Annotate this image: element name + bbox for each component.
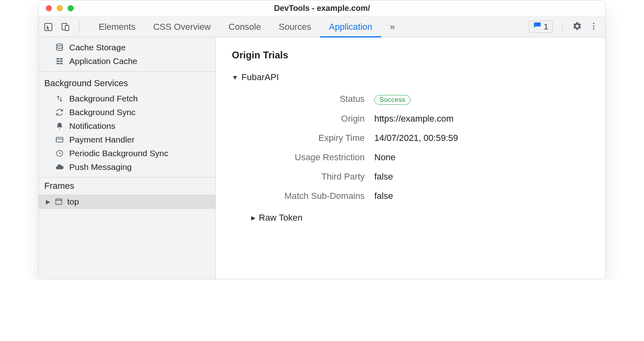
tab-console[interactable]: Console <box>220 17 270 37</box>
window-icon <box>54 198 63 206</box>
issues-count: 1 <box>544 22 548 31</box>
svg-rect-7 <box>57 58 60 60</box>
sidebar-item-label: Notifications <box>69 121 115 131</box>
sidebar-item-background-fetch[interactable]: Background Fetch <box>39 92 215 105</box>
sidebar-item-label: Cache Storage <box>69 43 126 52</box>
main-panel: Origin Trials ▼ FubarAPI Status Success … <box>216 37 605 279</box>
inspect-element-icon[interactable] <box>43 21 54 33</box>
field-label-usage: Usage Restriction <box>232 152 365 163</box>
expand-arrow-icon: ▶ <box>46 198 50 205</box>
tab-sources[interactable]: Sources <box>270 17 320 37</box>
sidebar-item-push-messaging[interactable]: Push Messaging <box>39 160 215 174</box>
svg-rect-2 <box>65 25 69 31</box>
field-label-thirdparty: Third Party <box>232 172 365 182</box>
field-value-thirdparty: false <box>374 172 589 182</box>
bell-icon <box>55 121 64 131</box>
sidebar-block-frames: Frames ▶ top <box>39 178 215 209</box>
close-window-button[interactable] <box>46 5 52 11</box>
divider <box>562 21 563 33</box>
tabbar-left <box>43 17 82 37</box>
trial-name-label: FubarAPI <box>242 72 279 83</box>
tab-overflow[interactable]: » <box>381 17 404 37</box>
caret-down-icon: ▼ <box>232 74 238 81</box>
svg-rect-12 <box>60 63 63 64</box>
sidebar-item-notifications[interactable]: Notifications <box>39 119 215 133</box>
tab-application[interactable]: Application <box>320 17 381 37</box>
svg-rect-9 <box>57 60 60 62</box>
svg-rect-16 <box>56 199 62 204</box>
svg-rect-11 <box>57 63 60 64</box>
tabbar-right: 1 <box>529 17 601 37</box>
sidebar-item-frame-top[interactable]: ▶ top <box>39 194 215 209</box>
sidebar-header-background-services: Background Services <box>39 75 215 92</box>
svg-rect-13 <box>56 137 63 142</box>
sidebar-item-cache-storage[interactable]: Cache Storage <box>39 41 215 54</box>
field-value-status: Success <box>374 94 589 105</box>
sidebar-item-application-cache[interactable]: Application Cache <box>39 54 215 68</box>
field-value-subdomain: false <box>374 191 589 201</box>
window-controls <box>39 5 74 11</box>
sidebar-item-background-sync[interactable]: Background Sync <box>39 105 215 119</box>
database-icon <box>55 43 64 52</box>
sidebar-item-label: Application Cache <box>69 56 137 66</box>
svg-rect-10 <box>60 60 63 62</box>
sidebar-item-periodic-background-sync[interactable]: Periodic Background Sync <box>39 147 215 160</box>
sidebar-header-frames: Frames <box>39 178 215 194</box>
field-label-origin: Origin <box>232 114 365 124</box>
device-toggle-icon[interactable] <box>60 21 71 33</box>
devtools-window: DevTools - example.com/ Elements CSS Ove… <box>38 0 606 279</box>
cloud-icon <box>55 162 64 172</box>
sidebar: Cache Storage Application Cache Backgrou… <box>39 37 216 279</box>
trial-details-table: Status Success Origin https://example.co… <box>232 94 589 201</box>
tab-css-overview[interactable]: CSS Overview <box>144 17 220 37</box>
fullscreen-window-button[interactable] <box>68 5 74 11</box>
sidebar-item-label: Push Messaging <box>69 162 132 172</box>
field-label-status: Status <box>232 94 365 105</box>
svg-point-4 <box>593 25 594 27</box>
field-value-expiry: 14/07/2021, 00:59:59 <box>374 133 589 143</box>
status-badge: Success <box>374 95 411 105</box>
divider <box>79 21 79 33</box>
panel-tabs: Elements CSS Overview Console Sources Ap… <box>90 17 529 37</box>
caret-right-icon: ▶ <box>251 215 256 221</box>
sidebar-block-cache: Cache Storage Application Cache <box>39 37 215 72</box>
issues-badge[interactable]: 1 <box>529 21 553 33</box>
svg-point-3 <box>593 23 594 24</box>
titlebar: DevTools - example.com/ <box>39 0 605 17</box>
issues-icon <box>533 22 541 32</box>
sidebar-item-label: Background Sync <box>69 107 136 117</box>
field-label-expiry: Expiry Time <box>232 133 365 143</box>
svg-point-6 <box>57 44 63 46</box>
grid-icon <box>55 56 64 66</box>
panel-body: Cache Storage Application Cache Backgrou… <box>39 37 605 279</box>
svg-rect-8 <box>60 58 63 60</box>
sidebar-item-label: Payment Handler <box>69 135 134 145</box>
settings-icon[interactable] <box>572 21 582 33</box>
tabbar: Elements CSS Overview Console Sources Ap… <box>39 17 605 37</box>
window-title: DevTools - example.com/ <box>39 4 605 13</box>
raw-token-label: Raw Token <box>259 213 302 223</box>
section-title: Origin Trials <box>232 50 589 61</box>
clock-icon <box>55 149 64 158</box>
field-value-origin: https://example.com <box>374 114 589 124</box>
svg-point-5 <box>593 28 594 29</box>
trial-toggle[interactable]: ▼ FubarAPI <box>232 72 589 83</box>
field-value-usage: None <box>374 152 589 163</box>
tab-elements[interactable]: Elements <box>90 17 144 37</box>
raw-token-toggle[interactable]: ▶ Raw Token <box>251 213 589 223</box>
sidebar-item-label: Background Fetch <box>69 94 138 103</box>
card-icon <box>55 135 64 145</box>
sidebar-block-background-services: Background Services Background Fetch Bac… <box>39 72 215 178</box>
fetch-icon <box>55 94 64 103</box>
field-label-subdomain: Match Sub-Domains <box>232 191 365 201</box>
sidebar-item-payment-handler[interactable]: Payment Handler <box>39 133 215 147</box>
sidebar-item-label: Periodic Background Sync <box>69 149 168 158</box>
sidebar-item-label: top <box>67 197 79 207</box>
more-menu-icon[interactable] <box>589 22 598 32</box>
minimize-window-button[interactable] <box>57 5 63 11</box>
sync-icon <box>55 107 64 117</box>
